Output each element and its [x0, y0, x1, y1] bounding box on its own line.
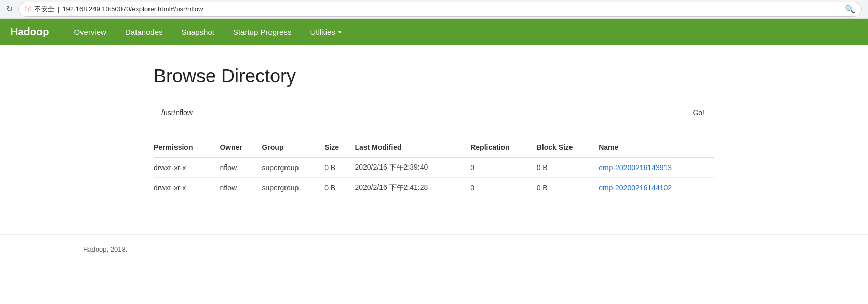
cell-block-size: 0 B [537, 157, 599, 178]
col-permission: Permission [154, 138, 220, 157]
footer: Hadoop, 2018. [0, 234, 868, 264]
nav-item-snapshot[interactable]: Snapshot [172, 20, 224, 44]
refresh-icon[interactable]: ↻ [6, 4, 13, 14]
cell-size: 0 B [324, 178, 355, 198]
cell-name[interactable]: emp-20200216143913 [599, 157, 714, 178]
cell-size: 0 B [324, 157, 355, 178]
path-input[interactable] [154, 103, 683, 122]
directory-table: Permission Owner Group Size Last Modifie… [154, 138, 714, 198]
main-content: Browse Directory Go! Permission Owner Gr… [71, 45, 797, 214]
search-bar: Go! [154, 103, 714, 122]
page-title: Browse Directory [154, 65, 714, 87]
col-group: Group [262, 138, 324, 157]
cell-group: supergroup [262, 178, 324, 198]
col-owner: Owner [220, 138, 262, 157]
nav-item-datanodes[interactable]: Datanodes [116, 20, 172, 44]
footer-text: Hadoop, 2018. [83, 245, 127, 253]
table-row: drwxr-xr-x nflow supergroup 0 B 2020/2/1… [154, 157, 714, 178]
cell-last-modified: 2020/2/16 下午2:41:28 [355, 178, 470, 198]
browser-chrome: ↻ ⓘ 不安全 | 192.168.249.10:50070/explorer.… [0, 0, 868, 19]
cell-group: supergroup [262, 157, 324, 178]
col-name: Name [599, 138, 714, 157]
cell-permission: drwxr-xr-x [154, 157, 220, 178]
cell-replication: 0 [470, 157, 536, 178]
security-label: 不安全 [34, 5, 55, 14]
col-last-modified: Last Modified [355, 138, 470, 157]
cell-owner: nflow [220, 178, 262, 198]
name-link[interactable]: emp-20200216143913 [599, 163, 672, 172]
utilities-label: Utilities [310, 27, 335, 36]
insecure-icon: ⓘ [25, 5, 31, 13]
browser-search-icon[interactable]: 🔍 [845, 4, 855, 14]
cell-block-size: 0 B [537, 178, 599, 198]
col-replication: Replication [470, 138, 536, 157]
nav-menu: Overview Datanodes Snapshot Startup Prog… [64, 20, 351, 44]
name-link[interactable]: emp-20200216144102 [599, 184, 672, 192]
cell-permission: drwxr-xr-x [154, 178, 220, 198]
cell-last-modified: 2020/2/16 下午2:39:40 [355, 157, 470, 178]
table-header-row: Permission Owner Group Size Last Modifie… [154, 138, 714, 157]
separator: | [58, 5, 59, 13]
go-button[interactable]: Go! [683, 103, 714, 122]
nav-item-utilities[interactable]: Utilities ▼ [301, 20, 351, 44]
cell-replication: 0 [470, 178, 536, 198]
table-row: drwxr-xr-x nflow supergroup 0 B 2020/2/1… [154, 178, 714, 198]
cell-name[interactable]: emp-20200216144102 [599, 178, 714, 198]
dropdown-arrow-icon: ▼ [337, 29, 343, 35]
cell-owner: nflow [220, 157, 262, 178]
navbar: Hadoop Overview Datanodes Snapshot Start… [0, 19, 868, 45]
address-bar[interactable]: ⓘ 不安全 | 192.168.249.10:50070/explorer.ht… [18, 2, 862, 17]
url-text: 192.168.249.10:50070/explorer.html#/usr/… [62, 5, 203, 13]
nav-item-startup-progress[interactable]: Startup Progress [224, 20, 301, 44]
navbar-brand[interactable]: Hadoop [10, 26, 49, 38]
nav-item-overview[interactable]: Overview [64, 20, 116, 44]
col-size: Size [324, 138, 355, 157]
col-block-size: Block Size [537, 138, 599, 157]
